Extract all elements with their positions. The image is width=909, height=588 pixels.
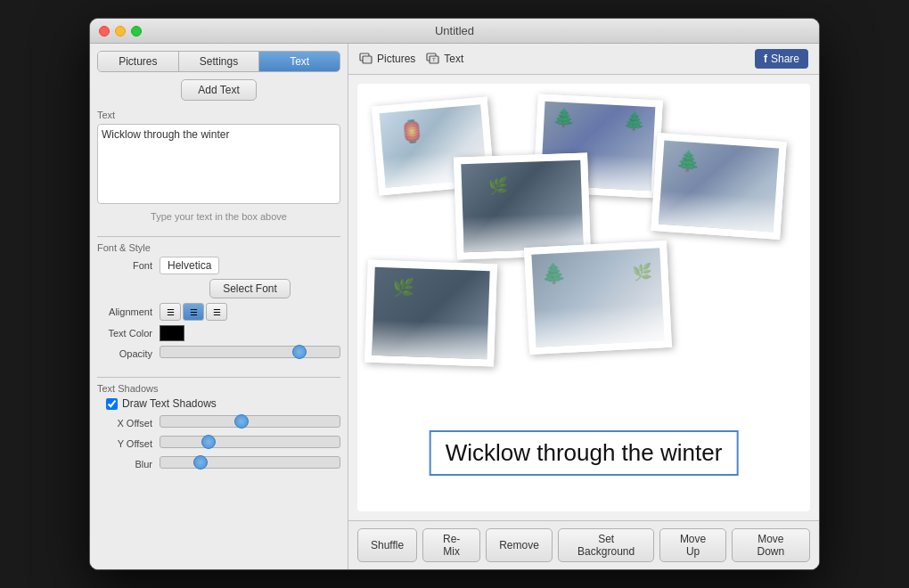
- font-style-label: Font & Style: [97, 242, 340, 253]
- shadows-label: Text Shadows: [97, 383, 340, 394]
- text-section-label: Text: [97, 110, 340, 120]
- move-up-button[interactable]: Move Up: [659, 528, 725, 562]
- facebook-icon: f: [764, 53, 767, 65]
- shadows-section: Text Shadows Draw Text Shadows X Offset …: [97, 383, 340, 477]
- close-button[interactable]: [99, 26, 110, 37]
- toolbar-pictures-label: Pictures: [377, 53, 415, 65]
- x-offset-label: X Offset: [97, 418, 160, 429]
- blur-slider-wrapper: [160, 456, 340, 472]
- color-swatch[interactable]: [160, 325, 184, 341]
- opacity-slider[interactable]: [160, 346, 340, 358]
- traffic-lights: [99, 26, 142, 37]
- photo-5[interactable]: 🌿: [364, 260, 497, 367]
- select-font-row: Select Font: [160, 279, 340, 298]
- x-offset-row: X Offset: [97, 415, 340, 431]
- titlebar: Untitled: [90, 19, 819, 44]
- top-toolbar: Pictures T Text f Share: [348, 44, 819, 75]
- blur-slider[interactable]: [160, 456, 340, 469]
- divider-1: [97, 236, 340, 237]
- alignment-label: Alignment: [97, 306, 160, 317]
- photo-4-inner: 🌲: [659, 141, 779, 233]
- photo-4[interactable]: 🌲: [651, 133, 786, 240]
- blur-row: Blur: [97, 456, 340, 472]
- set-background-button[interactable]: Set Background: [558, 528, 655, 562]
- share-label: Share: [771, 53, 799, 65]
- bottom-toolbar: Shuffle Re-Mix Remove Set Background Mov…: [348, 520, 819, 569]
- y-offset-slider[interactable]: [160, 436, 340, 448]
- toolbar-text[interactable]: T Text: [426, 52, 463, 66]
- alignment-row: Alignment ☰ ☰ ☰: [97, 303, 340, 321]
- font-row: Font Helvetica: [97, 257, 340, 274]
- remove-button[interactable]: Remove: [486, 528, 553, 562]
- toolbar-pictures[interactable]: Pictures: [359, 52, 415, 66]
- pictures-icon: [359, 52, 373, 66]
- font-label: Font: [97, 260, 160, 271]
- photo-3[interactable]: 🌿: [454, 152, 591, 259]
- tab-pictures[interactable]: Pictures: [98, 52, 179, 71]
- minimize-button[interactable]: [115, 26, 126, 37]
- photo-6[interactable]: 🌲 🌿: [524, 241, 672, 355]
- font-value: Helvetica: [160, 257, 219, 274]
- svg-rect-1: [363, 56, 372, 63]
- alignment-buttons: ☰ ☰ ☰: [160, 303, 227, 321]
- text-color-label: Text Color: [97, 328, 160, 339]
- tab-text[interactable]: Text: [259, 52, 340, 71]
- draw-shadows-row: Draw Text Shadows: [97, 397, 340, 410]
- draw-shadows-label: Draw Text Shadows: [122, 397, 217, 410]
- x-offset-slider[interactable]: [160, 415, 340, 428]
- right-panel: Pictures T Text f Share: [348, 44, 819, 569]
- blur-label: Blur: [97, 459, 160, 470]
- photo-3-inner: 🌿: [461, 160, 583, 253]
- maximize-button[interactable]: [131, 26, 142, 37]
- remix-button[interactable]: Re-Mix: [422, 528, 480, 562]
- main-content: Pictures Settings Text Add Text Text Wic…: [90, 44, 819, 569]
- svg-text:T: T: [432, 57, 436, 62]
- opacity-slider-wrapper: [160, 346, 340, 362]
- shuffle-button[interactable]: Shuffle: [357, 528, 417, 562]
- add-text-button[interactable]: Add Text: [181, 79, 256, 101]
- font-style-section: Font & Style Font Helvetica Select Font …: [97, 242, 340, 366]
- text-input[interactable]: Wicklow through the winter: [97, 124, 340, 204]
- photo-6-inner: 🌲 🌿: [531, 248, 664, 347]
- select-font-button[interactable]: Select Font: [209, 279, 291, 298]
- y-offset-label: Y Offset: [97, 438, 160, 449]
- text-color-row: Text Color: [97, 325, 340, 341]
- tab-bar: Pictures Settings Text: [97, 51, 340, 72]
- align-center-button[interactable]: ☰: [183, 303, 204, 321]
- toolbar-text-label: Text: [444, 53, 463, 65]
- align-left-button[interactable]: ☰: [160, 303, 181, 321]
- divider-2: [97, 377, 340, 378]
- textarea-hint: Type your text in the box above: [97, 211, 340, 222]
- canvas-area: 🏮 🌲 🌲 🌿: [357, 84, 810, 511]
- tab-settings[interactable]: Settings: [179, 52, 260, 71]
- y-offset-row: Y Offset: [97, 436, 340, 452]
- draw-shadows-checkbox[interactable]: [106, 398, 118, 410]
- share-button[interactable]: f Share: [755, 49, 808, 69]
- left-panel: Pictures Settings Text Add Text Text Wic…: [90, 44, 348, 569]
- align-right-button[interactable]: ☰: [206, 303, 227, 321]
- x-offset-slider-wrapper: [160, 415, 340, 431]
- window-title: Untitled: [435, 24, 474, 37]
- app-window: Untitled Pictures Settings Text Add Text…: [89, 18, 820, 570]
- y-offset-slider-wrapper: [160, 436, 340, 452]
- photo-5-inner: 🌿: [372, 267, 489, 359]
- opacity-label: Opacity: [97, 348, 160, 359]
- opacity-row: Opacity: [97, 346, 340, 362]
- text-icon: T: [426, 52, 440, 66]
- move-down-button[interactable]: Move Down: [732, 528, 810, 562]
- text-overlay[interactable]: Wicklow through the winter: [430, 430, 739, 476]
- text-area-wrapper: Wicklow through the winter: [97, 124, 340, 208]
